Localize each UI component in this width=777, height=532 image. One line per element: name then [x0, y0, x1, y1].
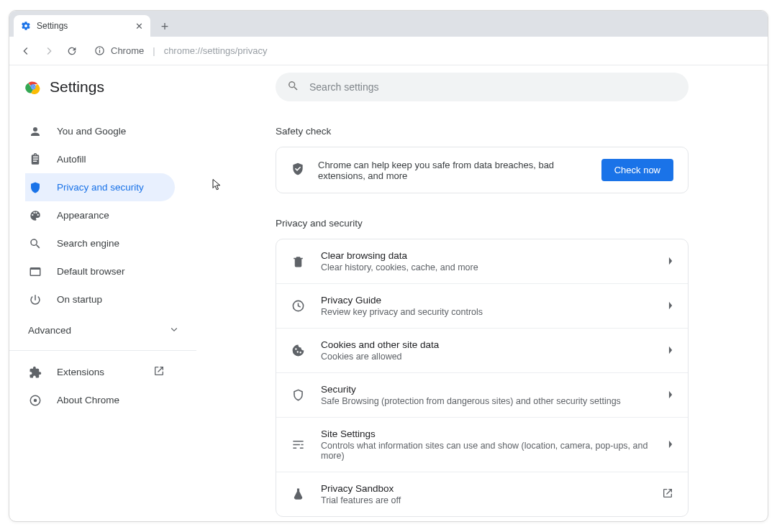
chrome-outline-icon: [28, 394, 42, 407]
sidebar-item-label: Autofill: [57, 154, 86, 165]
chevron-right-icon: [668, 300, 673, 313]
sidebar-item-label: On startup: [57, 294, 102, 305]
forward-button[interactable]: [40, 42, 58, 60]
chevron-down-icon: [171, 325, 178, 336]
sidebar-item-privacy-security[interactable]: Privacy and security: [25, 173, 175, 201]
sidebar-item-default-browser[interactable]: Default browser: [25, 257, 175, 285]
row-security[interactable]: SecuritySafe Browsing (protection from d…: [276, 372, 688, 417]
palette-icon: [28, 209, 42, 222]
sidebar-item-autofill[interactable]: Autofill: [25, 145, 175, 173]
row-title: Security: [321, 384, 653, 395]
sidebar-item-about-chrome[interactable]: About Chrome: [25, 386, 175, 414]
svg-point-8: [34, 398, 37, 402]
compass-icon: [291, 299, 305, 313]
safety-check-message: Chrome can help keep you safe from data …: [318, 160, 589, 181]
settings-search-input[interactable]: [309, 81, 677, 93]
browser-window: Settings ✕ + Chrome | chrome://settings/…: [9, 10, 768, 522]
row-privacy-sandbox[interactable]: Privacy SandboxTrial features are off: [276, 472, 688, 516]
security-shield-icon: [291, 388, 305, 402]
tab-close-button[interactable]: ✕: [135, 22, 143, 31]
omnibox-host: Chrome: [111, 45, 144, 56]
row-site-settings[interactable]: Site SettingsControls what information s…: [276, 417, 688, 472]
omnibox-path: chrome://settings/privacy: [164, 45, 268, 56]
chevron-right-icon: [668, 389, 673, 402]
sidebar-item-label: Default browser: [57, 266, 125, 277]
back-button[interactable]: [17, 42, 35, 60]
svg-point-6: [32, 86, 35, 88]
row-title: Privacy Sandbox: [321, 483, 646, 494]
sidebar-item-label: About Chrome: [57, 395, 119, 405]
new-tab-button[interactable]: +: [155, 17, 175, 37]
privacy-card: Clear browsing dataClear history, cookie…: [276, 239, 689, 517]
browser-tab-settings[interactable]: Settings ✕: [14, 15, 150, 37]
row-privacy-guide[interactable]: Privacy GuideReview key privacy and secu…: [276, 283, 688, 328]
gear-icon: [21, 21, 31, 31]
safety-check-card: Chrome can help keep you safe from data …: [276, 147, 689, 193]
sidebar-advanced-toggle[interactable]: Advanced: [28, 313, 191, 347]
sidebar-item-search-engine[interactable]: Search engine: [25, 229, 175, 257]
sidebar-item-you-and-google[interactable]: You and Google: [25, 117, 175, 145]
chevron-right-icon: [668, 255, 673, 268]
chevron-right-icon: [668, 439, 673, 451]
sidebar-nav: You and Google Autofill Privacy and secu…: [28, 117, 191, 313]
page-title: Settings: [50, 78, 104, 96]
extension-icon: [28, 366, 42, 379]
row-subtitle: Controls what information sites can use …: [321, 441, 653, 461]
sidebar-item-on-startup[interactable]: On startup: [25, 285, 175, 313]
shield-icon: [28, 181, 42, 194]
verified-shield-icon: [291, 162, 305, 179]
chevron-right-icon: [668, 344, 673, 357]
flask-icon: [291, 487, 305, 501]
sidebar-item-label: You and Google: [57, 126, 126, 137]
sidebar-item-label: Extensions: [57, 367, 104, 377]
chrome-logo-icon: [25, 79, 41, 95]
svg-rect-2: [99, 48, 100, 49]
browser-icon: [28, 265, 42, 278]
sidebar-item-appearance[interactable]: Appearance: [25, 201, 175, 229]
omnibox[interactable]: Chrome | chrome://settings/privacy: [88, 42, 273, 59]
search-icon: [287, 80, 299, 95]
reload-button[interactable]: [63, 42, 81, 60]
browser-toolbar: Chrome | chrome://settings/privacy: [9, 37, 768, 65]
row-subtitle: Cookies are allowed: [321, 352, 653, 362]
advanced-label: Advanced: [28, 325, 71, 336]
settings-main: Safety check Chrome can help keep you sa…: [196, 65, 768, 521]
open-external-icon: [662, 487, 673, 502]
sidebar-divider: [9, 350, 196, 351]
row-title: Site Settings: [321, 428, 653, 439]
row-title: Cookies and other site data: [321, 339, 653, 350]
row-subtitle: Clear history, cookies, cache, and more: [321, 262, 653, 272]
sidebar-item-label: Privacy and security: [57, 182, 144, 193]
row-clear-browsing-data[interactable]: Clear browsing dataClear history, cookie…: [276, 239, 688, 283]
settings-sidebar: Settings You and Google Autofill Privacy…: [9, 65, 196, 521]
row-subtitle: Safe Browsing (protection from dangerous…: [321, 396, 653, 406]
row-subtitle: Trial features are off: [321, 495, 646, 505]
search-icon: [28, 237, 42, 250]
tab-strip: Settings ✕ +: [9, 11, 768, 37]
row-title: Clear browsing data: [321, 250, 653, 261]
trash-icon: [291, 254, 305, 268]
sidebar-footer: Extensions About Chrome: [28, 358, 191, 414]
page-header: Settings: [25, 78, 191, 96]
settings-search[interactable]: [276, 73, 689, 101]
row-cookies[interactable]: Cookies and other site dataCookies are a…: [276, 328, 688, 372]
tune-icon: [291, 438, 305, 451]
person-icon: [28, 125, 42, 138]
settings-body: Settings You and Google Autofill Privacy…: [9, 65, 768, 521]
sidebar-item-label: Appearance: [57, 210, 109, 221]
check-now-button[interactable]: Check now: [601, 159, 673, 181]
tab-title: Settings: [37, 21, 130, 31]
row-title: Privacy Guide: [321, 295, 653, 306]
sidebar-item-extensions[interactable]: Extensions: [25, 358, 175, 386]
sidebar-item-label: Search engine: [57, 238, 119, 249]
assignment-icon: [28, 153, 42, 166]
row-subtitle: Review key privacy and security controls: [321, 307, 653, 317]
svg-rect-1: [99, 50, 100, 52]
open-external-icon: [153, 365, 165, 379]
cookie-icon: [291, 344, 305, 357]
site-info-icon: [94, 45, 105, 56]
section-title-privacy: Privacy and security: [276, 218, 689, 229]
section-title-safety: Safety check: [276, 126, 689, 137]
power-icon: [28, 293, 42, 306]
